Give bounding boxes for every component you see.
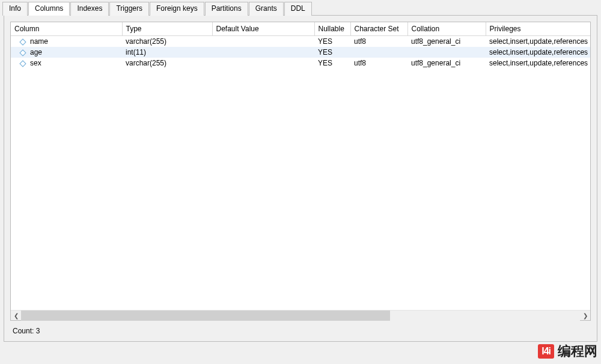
cell-charset (350, 47, 407, 58)
scroll-left-icon[interactable]: ❮ (11, 311, 21, 321)
cell-charset: utf8 (350, 36, 407, 47)
table-row[interactable]: sex varchar(255) YES utf8 utf8_general_c… (11, 58, 590, 68)
column-icon (19, 49, 26, 56)
cell-privileges: select,insert,update,references (486, 36, 590, 47)
header-character-set[interactable]: Character Set (350, 22, 407, 36)
table-row[interactable]: age int(11) YES select,insert,update,ref… (11, 47, 590, 58)
header-column[interactable]: Column (11, 22, 122, 36)
header-default-value[interactable]: Default Value (212, 22, 314, 36)
cell-collation: utf8_general_ci (407, 36, 486, 47)
cell-nullable: YES (314, 47, 350, 58)
cell-collation (407, 47, 486, 58)
tab-grants[interactable]: Grants (249, 2, 284, 16)
header-collation[interactable]: Collation (407, 22, 486, 36)
count-value: 3 (36, 327, 40, 335)
column-icon (19, 38, 26, 45)
cell-collation: utf8_general_ci (407, 58, 486, 68)
cell-nullable: YES (314, 36, 350, 47)
tab-triggers[interactable]: Triggers (109, 2, 149, 16)
header-nullable[interactable]: Nullable (314, 22, 350, 36)
watermark-text: 编程网 (558, 342, 597, 360)
cell-privileges: select,insert,update,references (486, 58, 590, 68)
cell-type: varchar(255) (122, 36, 212, 47)
tab-foreign-keys[interactable]: Foreign keys (150, 2, 204, 16)
cell-charset: utf8 (350, 58, 407, 68)
tab-columns[interactable]: Columns (28, 2, 70, 16)
header-privileges[interactable]: Privileges (486, 22, 590, 36)
horizontal-scrollbar[interactable]: ❮ ❯ (11, 310, 590, 320)
tab-info[interactable]: Info (2, 2, 28, 16)
cell-type: varchar(255) (122, 58, 212, 68)
tab-partitions[interactable]: Partitions (205, 2, 248, 16)
cell-default (212, 58, 314, 68)
header-type[interactable]: Type (122, 22, 212, 36)
cell-default (212, 47, 314, 58)
cell-type: int(11) (122, 47, 212, 58)
cell-column: age (30, 48, 42, 56)
watermark: l4i 编程网 (538, 342, 597, 360)
count-label: Count: (13, 327, 34, 335)
tab-bar: Info Columns Indexes Triggers Foreign ke… (0, 0, 601, 15)
column-header-row: Column Type Default Value Nullable Chara… (11, 22, 590, 36)
columns-grid: Column Type Default Value Nullable Chara… (10, 22, 591, 321)
columns-panel: Column Type Default Value Nullable Chara… (4, 15, 597, 342)
tab-ddl[interactable]: DDL (284, 2, 312, 16)
scroll-thumb[interactable] (21, 311, 390, 321)
scroll-track[interactable] (21, 311, 580, 321)
cell-column: sex (30, 59, 41, 67)
tab-indexes[interactable]: Indexes (70, 2, 109, 16)
table-row[interactable]: name varchar(255) YES utf8 utf8_general_… (11, 36, 590, 47)
watermark-badge: l4i (538, 344, 554, 359)
row-count: Count: 3 (10, 321, 591, 338)
cell-nullable: YES (314, 58, 350, 68)
cell-privileges: select,insert,update,references (486, 47, 590, 58)
cell-default (212, 36, 314, 47)
column-icon (19, 60, 26, 67)
scroll-right-icon[interactable]: ❯ (580, 311, 590, 321)
cell-column: name (30, 37, 48, 46)
